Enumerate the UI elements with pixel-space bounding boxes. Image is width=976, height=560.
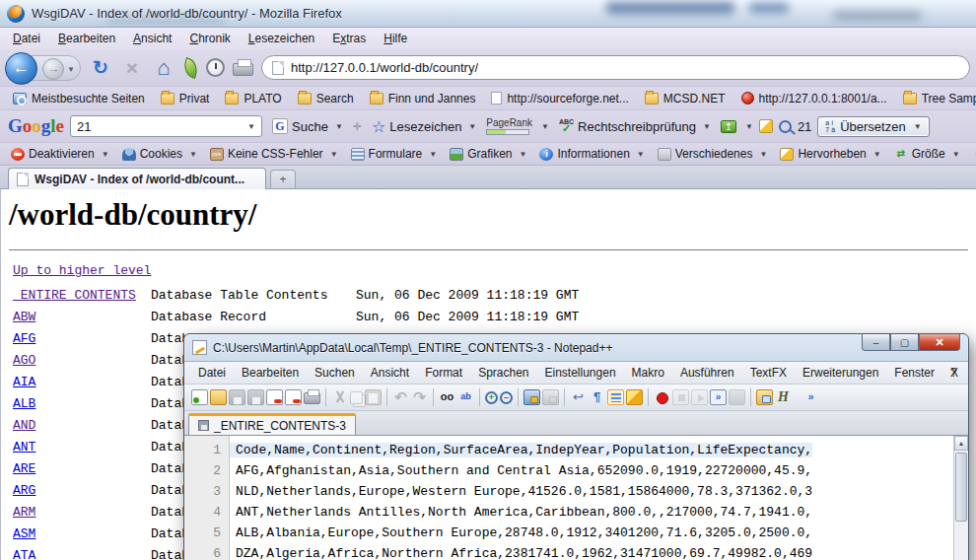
editor-line[interactable]: 2 AFG,Afghanistan,Asia,Southern and Cent… xyxy=(184,460,968,481)
line-text[interactable]: ALB,Albania,Europe,Southern Europe,28748… xyxy=(230,525,812,540)
dropdown-icon[interactable]: ▼ xyxy=(759,150,767,159)
minimize-button[interactable]: – xyxy=(862,334,890,351)
menu-item[interactable]: Einstellungen xyxy=(537,363,624,383)
webdev-item[interactable]: Deaktivieren ▼ xyxy=(5,145,115,163)
menu-item[interactable]: Suchen xyxy=(307,363,363,383)
dropdown-icon[interactable]: ▼ xyxy=(330,150,338,159)
dropdown-icon[interactable]: ▼ xyxy=(745,122,753,131)
editor-line[interactable]: 4 ANT,Netherlands Antilles,North America… xyxy=(184,502,968,523)
entry-link[interactable]: ATA xyxy=(13,548,151,560)
editor-scrollbar[interactable]: ▲ xyxy=(953,436,968,560)
home-button[interactable]: ⌂ xyxy=(152,55,175,81)
dropdown-icon[interactable]: ▼ xyxy=(189,150,197,159)
dropdown-icon[interactable]: ▼ xyxy=(541,122,549,131)
webdev-item[interactable]: Keine CSS-Fehler ▼ xyxy=(204,145,344,163)
scrollbar-thumb[interactable] xyxy=(955,453,967,522)
webdev-item[interactable]: i Informationen ▼ xyxy=(533,145,650,163)
google-search-box[interactable]: 21 ▼ xyxy=(70,115,262,137)
toolbar-icon[interactable] xyxy=(691,389,708,405)
entry-link[interactable]: ANT xyxy=(13,440,151,455)
webdev-item[interactable]: Grafiken ▼ xyxy=(444,145,532,163)
browser-tab[interactable]: WsgiDAV - Index of /world-db/count... xyxy=(8,168,266,189)
google-bookmarks-button[interactable]: ☆ Lesezeichen ▼ xyxy=(368,115,480,138)
toolbar-icon[interactable]: ↩ xyxy=(570,389,587,405)
editor-line[interactable]: 5 ALB,Albania,Europe,Southern Europe,287… xyxy=(184,523,968,543)
google-search-button[interactable]: G Suche ▼ xyxy=(268,116,347,136)
close-document-button[interactable]: X xyxy=(950,366,958,380)
clock-addon-icon[interactable] xyxy=(206,58,225,77)
menu-item[interactable]: Lesezeichen xyxy=(240,29,323,48)
bookmark-item[interactable]: PLATO xyxy=(218,90,288,107)
dropdown-icon[interactable]: ▼ xyxy=(637,150,645,159)
bookmark-item[interactable]: Privat xyxy=(154,90,217,107)
line-text[interactable]: NLD,Netherlands,Europe,Western Europe,41… xyxy=(230,484,812,499)
menu-item[interactable]: Hilfe xyxy=(375,29,416,48)
editor-line[interactable]: 1 Code,Name,Continent,Region,SurfaceArea… xyxy=(184,440,968,460)
line-text[interactable]: Code,Name,Continent,Region,SurfaceArea,I… xyxy=(230,443,812,457)
menu-item[interactable]: Ausführen xyxy=(672,363,742,383)
maximize-button[interactable]: ▢ xyxy=(890,334,919,351)
up-to-higher-level-link[interactable]: Up to higher level xyxy=(13,263,151,278)
toolbar-icon[interactable]: ¶ xyxy=(589,389,605,405)
editor-line[interactable]: 6 DZA,Algeria,Africa,Northern Africa,238… xyxy=(184,543,968,560)
google-search-value[interactable]: 21 xyxy=(77,119,91,134)
line-text[interactable]: ANT,Netherlands Antilles,North America,C… xyxy=(230,505,812,520)
menu-item[interactable]: Datei xyxy=(4,29,49,48)
notepad-editor[interactable]: 1 Code,Name,Continent,Region,SurfaceArea… xyxy=(184,435,968,560)
toolbar-icon[interactable] xyxy=(331,389,348,405)
bookmark-item[interactable]: http://127.0.0.1:8001/a... xyxy=(734,90,894,107)
menu-item[interactable]: Datei xyxy=(190,363,234,383)
line-text[interactable]: AFG,Afghanistan,Asia,Southern and Centra… xyxy=(230,463,812,478)
toolbar-icon[interactable] xyxy=(304,392,320,404)
toolbar-icon[interactable]: – xyxy=(500,391,513,404)
url-bar[interactable]: http://127.0.0.1/world-db/country/ xyxy=(261,55,970,80)
search-dropdown-icon[interactable]: ▼ xyxy=(247,122,255,131)
toolbar-icon[interactable]: ab xyxy=(457,389,474,405)
menu-item[interactable]: Bearbeiten xyxy=(49,29,124,48)
bookmark-item[interactable]: MCSD.NET xyxy=(638,90,732,107)
dropdown-icon[interactable]: ▼ xyxy=(914,122,922,131)
toolbar-icon[interactable] xyxy=(285,389,302,405)
entry-link[interactable]: ASM xyxy=(13,526,151,541)
toolbar-icon[interactable]: ↷ xyxy=(411,389,428,405)
dropdown-icon[interactable]: ▼ xyxy=(468,122,476,131)
toolbar-icon[interactable]: + xyxy=(485,391,498,404)
bookmark-item[interactable]: http://sourceforge.net... xyxy=(484,90,635,107)
toolbar-icon[interactable] xyxy=(672,389,689,405)
back-button[interactable]: ← xyxy=(5,52,37,85)
dropdown-icon[interactable]: ▼ xyxy=(520,150,527,159)
translate-button[interactable]: aí 7à Übersetzen ▼ xyxy=(817,116,929,137)
entry-link[interactable]: ARM xyxy=(13,505,151,520)
webdev-item[interactable]: Hervorheben ▼ xyxy=(774,145,886,163)
scroll-up-arrow[interactable]: ▲ xyxy=(954,436,968,451)
toolbar-icon[interactable] xyxy=(210,389,227,405)
notepad-titlebar[interactable]: C:\Users\Martin\AppData\Local\Temp\_ENTI… xyxy=(184,334,968,361)
toolbar-icon[interactable]: ↶ xyxy=(392,389,409,405)
forward-button[interactable]: → xyxy=(42,58,64,80)
toolbar-icon[interactable] xyxy=(626,389,643,405)
dropdown-icon[interactable]: ▼ xyxy=(335,122,343,131)
pagerank-widget[interactable]: PageRank xyxy=(486,118,532,135)
menu-item[interactable]: Sprachen xyxy=(470,363,536,383)
menu-item[interactable]: Format xyxy=(417,363,470,383)
menu-item[interactable]: Makro xyxy=(624,363,672,383)
leaf-addon-icon[interactable] xyxy=(181,57,201,79)
menu-item[interactable]: Bearbeiten xyxy=(234,363,307,383)
bookmark-item[interactable]: Tree Samples xyxy=(896,90,976,107)
entry-link[interactable]: ENTIRE CONTENTS xyxy=(13,288,151,303)
entry-link[interactable]: AFG xyxy=(13,331,151,346)
bookmark-item[interactable]: Finn und Jannes xyxy=(363,90,483,107)
webdev-item[interactable]: Verschiedenes ▼ xyxy=(652,145,774,163)
menu-item[interactable]: TextFX xyxy=(742,363,795,383)
toolbar-icon[interactable] xyxy=(523,389,540,405)
line-text[interactable]: DZA,Algeria,Africa,Northern Africa,23817… xyxy=(230,546,812,560)
webdev-item[interactable]: Cookies ▼ xyxy=(116,145,203,163)
url-text[interactable]: http://127.0.0.1/world-db/country/ xyxy=(291,60,478,75)
entry-link[interactable]: ABW xyxy=(13,310,151,324)
toolbar-icon[interactable] xyxy=(247,389,264,405)
toolbar-icon[interactable] xyxy=(607,389,624,405)
toolbar-icon[interactable]: oo xyxy=(439,389,455,405)
spellcheck-button[interactable]: ABC ✓ Rechtschreibprüfung ▼ xyxy=(555,116,715,136)
toolbar-icon[interactable] xyxy=(365,389,382,405)
bookmark-item[interactable]: Meistbesuchte Seiten xyxy=(6,90,152,107)
